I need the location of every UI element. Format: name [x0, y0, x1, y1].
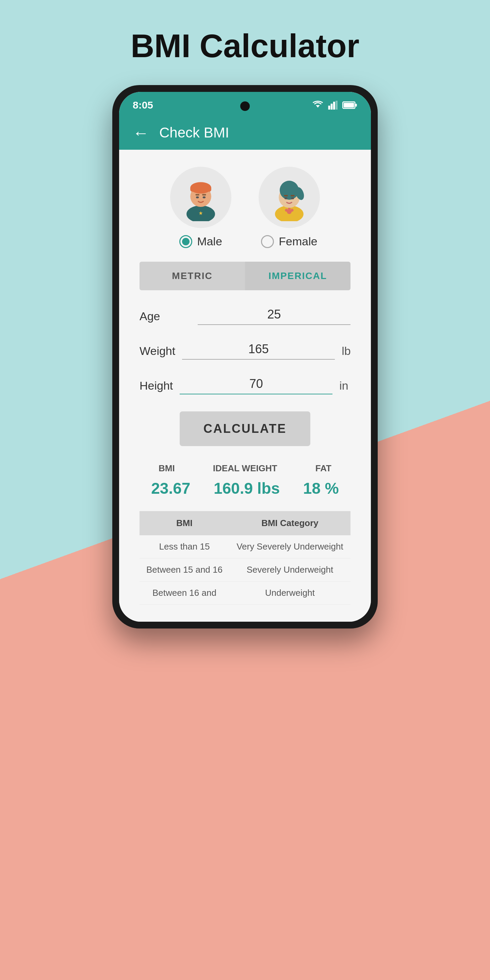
- signal-icon: [328, 101, 338, 110]
- weight-row: Weight lb: [140, 342, 350, 360]
- svg-rect-25: [285, 197, 287, 199]
- calculate-button[interactable]: CALCULATE: [180, 411, 310, 446]
- app-bar: ← Check BMI: [119, 116, 371, 150]
- status-time: 8:05: [133, 99, 153, 111]
- results-values: 23.67 160.9 lbs 18 %: [140, 479, 350, 498]
- svg-rect-4: [336, 101, 337, 110]
- male-radio-label[interactable]: Male: [179, 235, 222, 248]
- svg-rect-1: [328, 105, 331, 110]
- bmi-category-cell: Very Severely Underweight: [229, 535, 350, 558]
- imperial-button[interactable]: IMPERICAL: [245, 262, 350, 290]
- svg-point-21: [285, 209, 288, 212]
- table-col1-header: BMI: [140, 511, 229, 535]
- phone-screen: 8:05: [119, 92, 371, 622]
- svg-rect-26: [291, 197, 294, 199]
- svg-rect-6: [356, 104, 357, 107]
- svg-rect-16: [202, 194, 206, 195]
- female-avatar: [259, 167, 320, 228]
- age-input[interactable]: [198, 307, 350, 325]
- male-avatar: [170, 167, 231, 228]
- ideal-weight-value: 160.9 lbs: [214, 479, 280, 498]
- bmi-category-cell: Underweight: [229, 582, 350, 605]
- metric-button[interactable]: METRIC: [140, 262, 245, 290]
- fat-value: 18 %: [303, 479, 339, 498]
- bmi-value: 23.67: [151, 479, 190, 498]
- fat-header: FAT: [315, 463, 331, 474]
- age-row: Age: [140, 307, 350, 325]
- app-bar-title: Check BMI: [159, 124, 229, 141]
- svg-rect-13: [196, 196, 199, 198]
- table-row: Less than 15Very Severely Underweight: [140, 535, 350, 558]
- svg-rect-14: [203, 196, 205, 198]
- svg-marker-0: [316, 105, 320, 108]
- male-label: Male: [197, 235, 222, 248]
- wifi-icon: [312, 101, 324, 110]
- female-label: Female: [279, 235, 317, 248]
- table-col2-header: BMI Category: [229, 511, 350, 535]
- bmi-table: BMI BMI Category Less than 15Very Severe…: [140, 511, 350, 605]
- svg-point-20: [291, 209, 293, 212]
- female-avatar-icon: [266, 173, 313, 221]
- bmi-range-cell: Between 15 and 16: [140, 558, 229, 582]
- svg-rect-12: [190, 187, 211, 192]
- camera-notch: [240, 102, 250, 111]
- unit-toggle: METRIC IMPERICAL: [140, 262, 350, 290]
- content-area: Male: [119, 150, 371, 622]
- female-option[interactable]: Female: [259, 167, 320, 248]
- male-option[interactable]: Male: [170, 167, 231, 248]
- height-row: Height in: [140, 377, 350, 395]
- page-title: BMI Calculator: [130, 27, 360, 65]
- back-button[interactable]: ←: [133, 124, 149, 142]
- bmi-range-cell: Less than 15: [140, 535, 229, 558]
- bmi-header: BMI: [159, 463, 175, 474]
- results-header: BMI IDEAL WEIGHT FAT: [140, 463, 350, 474]
- svg-rect-28: [291, 195, 294, 196]
- weight-unit: lb: [342, 344, 350, 358]
- male-avatar-icon: [177, 173, 224, 221]
- bmi-category-cell: Severely Underweight: [229, 558, 350, 582]
- weight-label: Weight: [140, 344, 175, 358]
- age-label: Age: [140, 310, 191, 323]
- table-row: Between 16 andUnderweight: [140, 582, 350, 605]
- male-radio-button[interactable]: [179, 235, 192, 248]
- height-label: Height: [140, 379, 173, 392]
- female-radio-label[interactable]: Female: [261, 235, 317, 248]
- svg-rect-7: [344, 103, 354, 108]
- svg-rect-27: [284, 195, 288, 196]
- svg-rect-3: [333, 102, 335, 110]
- status-icons: [312, 101, 357, 110]
- bmi-range-cell: Between 16 and: [140, 582, 229, 605]
- weight-input[interactable]: [182, 342, 335, 360]
- height-unit: in: [339, 379, 350, 392]
- svg-rect-2: [331, 104, 333, 110]
- table-row: Between 15 and 16Severely Underweight: [140, 558, 350, 582]
- phone-frame: 8:05: [112, 85, 378, 628]
- gender-selection: Male: [140, 167, 350, 248]
- height-input[interactable]: [180, 377, 332, 395]
- battery-icon: [342, 102, 357, 109]
- female-radio-button[interactable]: [261, 235, 274, 248]
- ideal-weight-header: IDEAL WEIGHT: [213, 463, 277, 474]
- svg-rect-15: [196, 194, 199, 195]
